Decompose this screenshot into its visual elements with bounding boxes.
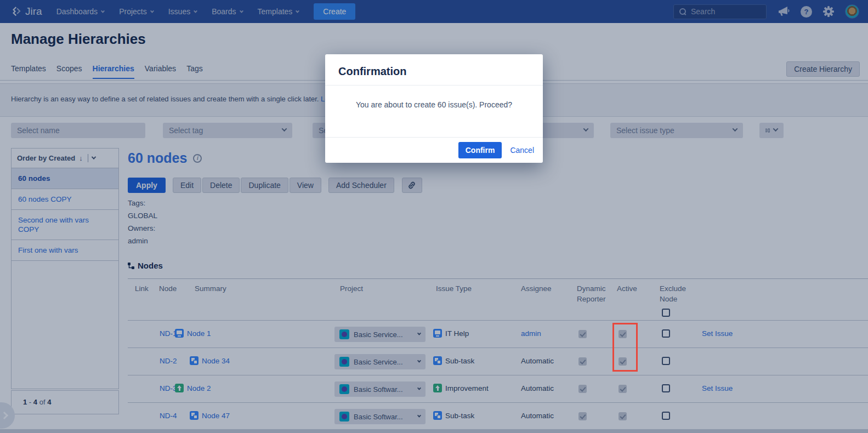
- jira-app: Jira Dashboards Projects Issues Boards T…: [0, 0, 868, 433]
- confirm-button[interactable]: Confirm: [458, 142, 502, 158]
- dialog-footer: Confirm Cancel: [325, 138, 543, 162]
- cancel-button[interactable]: Cancel: [510, 146, 534, 155]
- dialog-message: You are about to create 60 issue(s). Pro…: [325, 86, 543, 138]
- dialog-title: Confirmation: [325, 54, 543, 86]
- confirmation-dialog: Confirmation You are about to create 60 …: [325, 54, 543, 163]
- active-column-highlight-annotation: [612, 323, 638, 372]
